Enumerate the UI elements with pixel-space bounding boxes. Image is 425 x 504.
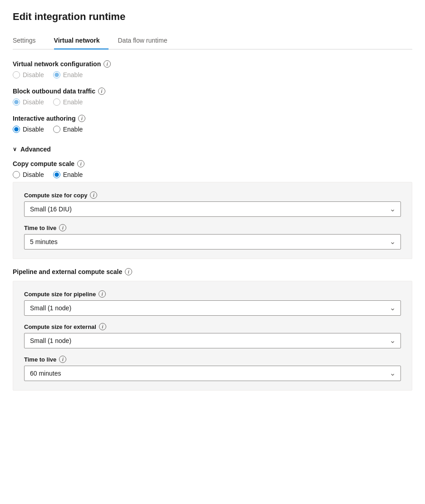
tab-data-flow-runtime[interactable]: Data flow runtime — [118, 32, 176, 49]
time-to-live-copy-select-wrapper: 5 minutes 10 minutes 30 minutes 60 minut… — [24, 234, 401, 250]
compute-size-external-select-wrapper: Small (1 node) Medium (2 nodes) Large (4… — [24, 333, 401, 348]
pipeline-external-section: Pipeline and external compute scale i Co… — [13, 268, 412, 391]
compute-size-external-select[interactable]: Small (1 node) Medium (2 nodes) Large (4… — [24, 333, 401, 348]
virtual-network-disable-radio[interactable] — [13, 71, 20, 78]
interactive-authoring-disable-radio[interactable] — [13, 126, 20, 133]
copy-compute-scale-info-icon[interactable]: i — [77, 160, 84, 167]
virtual-network-disable-option[interactable]: Disable — [13, 71, 44, 78]
tab-settings[interactable]: Settings — [13, 32, 45, 49]
block-outbound-disable-option[interactable]: Disable — [13, 98, 44, 106]
virtual-network-enable-radio[interactable] — [53, 71, 60, 78]
block-outbound-enable-option[interactable]: Enable — [53, 98, 83, 106]
compute-size-pipeline-field: Compute size for pipeline i Small (1 nod… — [24, 290, 401, 316]
copy-compute-box: Compute size for copy i Small (16 DIU) M… — [13, 182, 412, 259]
block-outbound-enable-radio[interactable] — [53, 98, 60, 106]
pipeline-external-label: Pipeline and external compute scale i — [13, 268, 412, 275]
copy-compute-disable-option[interactable]: Disable — [13, 171, 44, 178]
interactive-authoring-label: Interactive authoring i — [13, 115, 412, 122]
block-outbound-radio-group: Disable Enable — [13, 98, 412, 106]
time-to-live-pipeline-info-icon[interactable]: i — [59, 356, 66, 363]
interactive-authoring-disable-option[interactable]: Disable — [13, 126, 44, 133]
copy-compute-enable-option[interactable]: Enable — [53, 171, 83, 178]
compute-size-external-label: Compute size for external i — [24, 323, 401, 330]
interactive-authoring-section: Interactive authoring i Disable Enable — [13, 115, 412, 133]
compute-size-copy-field: Compute size for copy i Small (16 DIU) M… — [24, 191, 401, 217]
time-to-live-copy-select[interactable]: 5 minutes 10 minutes 30 minutes 60 minut… — [24, 234, 401, 250]
tab-bar: Settings Virtual network Data flow runti… — [13, 32, 412, 49]
time-to-live-pipeline-select-wrapper: 5 minutes 10 minutes 30 minutes 60 minut… — [24, 366, 401, 381]
interactive-authoring-info-icon[interactable]: i — [78, 115, 85, 122]
compute-size-copy-label: Compute size for copy i — [24, 191, 401, 199]
interactive-authoring-radio-group: Disable Enable — [13, 126, 412, 133]
compute-size-copy-select-wrapper: Small (16 DIU) Medium (32 DIU) Large (64… — [24, 201, 401, 217]
chevron-down-icon: ∨ — [13, 146, 17, 152]
time-to-live-pipeline-label: Time to live i — [24, 356, 401, 363]
virtual-network-enable-option[interactable]: Enable — [53, 71, 83, 78]
tab-virtual-network[interactable]: Virtual network — [54, 32, 109, 49]
compute-size-copy-select[interactable]: Small (16 DIU) Medium (32 DIU) Large (64… — [24, 201, 401, 217]
virtual-network-config-radio-group: Disable Enable — [13, 71, 412, 78]
time-to-live-pipeline-select[interactable]: 5 minutes 10 minutes 30 minutes 60 minut… — [24, 366, 401, 381]
pipeline-external-compute-box: Compute size for pipeline i Small (1 nod… — [13, 281, 412, 391]
page-title: Edit integration runtime — [13, 11, 412, 23]
interactive-authoring-enable-option[interactable]: Enable — [53, 126, 83, 133]
block-outbound-disable-radio[interactable] — [13, 98, 20, 106]
interactive-authoring-enable-radio[interactable] — [53, 126, 60, 133]
time-to-live-copy-field: Time to live i 5 minutes 10 minutes 30 m… — [24, 224, 401, 250]
copy-compute-scale-label: Copy compute scale i — [13, 160, 412, 167]
block-outbound-label: Block outbound data traffic i — [13, 88, 412, 95]
compute-size-external-info-icon[interactable]: i — [99, 323, 106, 330]
virtual-network-config-section: Virtual network configuration i Disable … — [13, 60, 412, 78]
time-to-live-copy-info-icon[interactable]: i — [59, 224, 66, 231]
advanced-toggle-label: Advanced — [20, 146, 51, 153]
pipeline-external-info-icon[interactable]: i — [125, 268, 132, 275]
virtual-network-config-info-icon[interactable]: i — [104, 60, 111, 68]
compute-size-pipeline-select-wrapper: Small (1 node) Medium (2 nodes) Large (4… — [24, 300, 401, 316]
time-to-live-pipeline-field: Time to live i 5 minutes 10 minutes 30 m… — [24, 356, 401, 381]
compute-size-pipeline-label: Compute size for pipeline i — [24, 290, 401, 298]
compute-size-pipeline-info-icon[interactable]: i — [99, 290, 106, 298]
copy-compute-scale-radio-group: Disable Enable — [13, 171, 412, 178]
virtual-network-config-label: Virtual network configuration i — [13, 60, 412, 68]
block-outbound-info-icon[interactable]: i — [98, 88, 105, 95]
copy-compute-disable-radio[interactable] — [13, 171, 20, 178]
copy-compute-enable-radio[interactable] — [53, 171, 60, 178]
compute-size-copy-info-icon[interactable]: i — [90, 191, 97, 199]
advanced-toggle[interactable]: ∨ Advanced — [13, 142, 412, 157]
compute-size-external-field: Compute size for external i Small (1 nod… — [24, 323, 401, 348]
block-outbound-section: Block outbound data traffic i Disable En… — [13, 88, 412, 106]
time-to-live-copy-label: Time to live i — [24, 224, 401, 231]
compute-size-pipeline-select[interactable]: Small (1 node) Medium (2 nodes) Large (4… — [24, 300, 401, 316]
copy-compute-scale-section: Copy compute scale i Disable Enable Comp… — [13, 160, 412, 259]
